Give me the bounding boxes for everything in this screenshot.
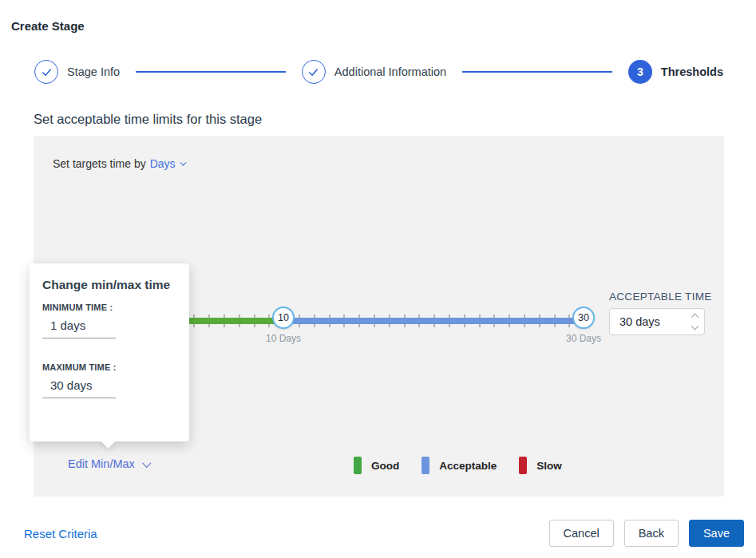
acceptable-swatch-icon (422, 457, 429, 474)
wizard-stepper: Stage Info Additional Information 3 Thre… (34, 60, 723, 84)
minimum-time-label: MINIMUM TIME : (42, 303, 176, 312)
acceptable-time-stepper[interactable] (609, 308, 705, 335)
set-targets-label: Set targets time by (53, 157, 146, 170)
step-label: Additional Information (334, 65, 446, 78)
edit-minmax-link[interactable]: Edit Min/Max (68, 457, 149, 470)
legend-item-acceptable: Acceptable (422, 457, 497, 474)
legend-item-good: Good (354, 457, 399, 474)
step-label: Thresholds (661, 65, 723, 78)
step-stage-info[interactable]: Stage Info (34, 60, 120, 84)
stepper-connector (136, 71, 286, 73)
page-title: Create Stage (11, 19, 85, 33)
legend-label: Slow (536, 460, 562, 472)
back-button[interactable]: Back (624, 520, 679, 547)
maximum-time-input[interactable] (42, 372, 116, 398)
spinner-control (692, 315, 698, 329)
slider-max-label: 30 Days (556, 333, 612, 344)
slider-legend: Good Acceptable Slow (354, 457, 562, 474)
good-swatch-icon (354, 457, 362, 474)
edit-minmax-label: Edit Min/Max (68, 457, 135, 470)
footer-buttons: Cancel Back Save (549, 520, 744, 547)
legend-label: Good (371, 460, 399, 472)
section-heading: Set acceptable time limits for this stag… (34, 112, 262, 127)
spinner-down-icon[interactable] (691, 323, 699, 330)
reset-criteria-link[interactable]: Reset Criteria (24, 527, 97, 540)
save-button[interactable]: Save (689, 520, 744, 547)
chevron-down-icon[interactable] (180, 159, 186, 165)
cancel-button[interactable]: Cancel (549, 520, 614, 547)
step-thresholds[interactable]: 3 Thresholds (628, 60, 723, 84)
minimum-time-input[interactable] (42, 312, 116, 338)
stepper-connector (462, 71, 612, 73)
acceptable-time-label: ACCEPTABLE TIME (609, 291, 712, 303)
acceptable-time-input[interactable] (619, 315, 682, 328)
step-complete-circle (34, 60, 58, 84)
popover-title: Change min/max time (42, 278, 176, 292)
check-icon (307, 66, 319, 78)
slider-max-handle[interactable]: 30 (572, 307, 595, 329)
check-icon (41, 66, 53, 78)
change-minmax-popover: Change min/max time MINIMUM TIME : MAXIM… (30, 263, 189, 441)
slider-min-label: 10 Days (255, 333, 311, 344)
targets-unit-dropdown[interactable]: Days (150, 157, 176, 170)
step-active-circle: 3 (628, 60, 652, 84)
slider-min-handle[interactable]: 10 (272, 307, 295, 329)
spinner-up-icon[interactable] (691, 314, 699, 322)
step-additional-information[interactable]: Additional Information (302, 60, 446, 84)
slider-segment-acceptable[interactable] (283, 318, 584, 324)
create-stage-page: Create Stage Stage Info Additional Infor… (0, 0, 756, 558)
legend-item-slow: Slow (519, 457, 562, 474)
step-complete-circle (302, 60, 326, 84)
step-label: Stage Info (67, 65, 120, 78)
set-targets-row: Set targets time by Days (53, 157, 184, 170)
legend-label: Acceptable (439, 460, 497, 472)
slow-swatch-icon (519, 457, 527, 474)
maximum-time-label: MAXIMUM TIME : (42, 362, 176, 372)
chevron-down-icon (142, 459, 151, 468)
